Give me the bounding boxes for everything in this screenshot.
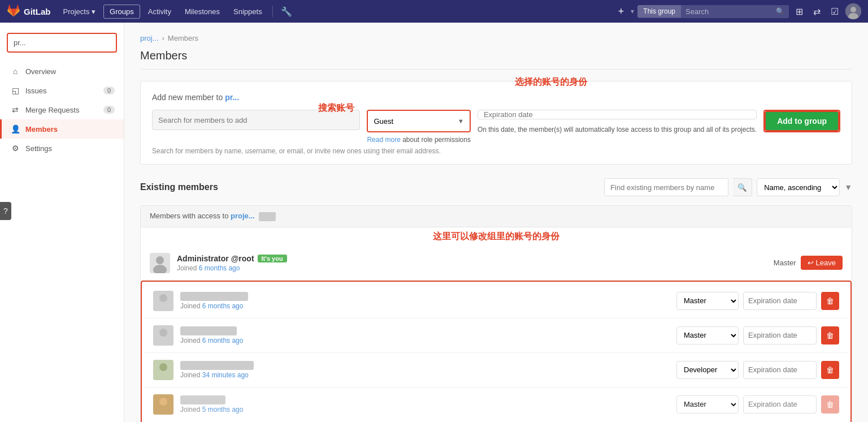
delete-member-button[interactable]: 🗑 [821,292,839,310]
settings-sidebar-icon: ⚙ [11,144,20,153]
merge-requests-sidebar-icon: ⇄ [11,105,20,114]
joined-link[interactable]: 6 months ago [202,337,244,345]
sidebar-item-settings[interactable]: ⚙ Settings [0,139,124,158]
add-member-section: Add new member to pr... Guest Reporter D… [140,81,852,165]
issues-sidebar-icon: ◱ [11,86,20,95]
read-more-link[interactable]: Read more [367,136,400,144]
merge-requests-badge: 0 [103,106,115,114]
joined-link[interactable]: 5 months ago [202,406,244,414]
sidebar-item-label: Members [25,125,58,134]
sort-select[interactable]: Name, ascending Name, descending Last jo… [757,178,840,196]
table-row: Joined 6 months ago Master Guest Reporte… [144,318,848,353]
project-name-highlight: pr... [225,93,239,102]
nav-snippets[interactable]: Snippets [228,5,268,18]
role-annotation-label: 选择的账号的身份 [515,76,587,88]
add-to-group-button[interactable]: Add to group [765,111,839,131]
add-member-form-row: Guest Reporter Developer Master Owner ▼ … [152,110,840,144]
delete-member-button[interactable]: 🗑 [821,361,839,379]
nav-projects[interactable]: Projects ▾ [58,5,102,18]
layout-icon[interactable]: ⊞ [792,4,806,19]
user-avatar[interactable] [845,3,861,19]
expiration-date-member-input[interactable] [743,395,817,414]
add-member-title: Add new member to pr... [152,93,840,102]
sidebar-item-issues[interactable]: ◱ Issues 0 [0,81,124,100]
svg-point-7 [159,294,167,302]
expiration-date-member-input[interactable] [743,326,817,345]
role-select-member[interactable]: Master Guest Reporter Developer Owner [676,395,739,414]
member-info: Administrator @root It's you Joined 6 mo… [177,254,767,272]
gitlab-logo[interactable]: GitLab [7,5,51,18]
role-select-member[interactable]: Master Guest Reporter Developer Owner [676,326,739,345]
members-with-controls: Joined 6 months ago Master Guest Reporte… [141,281,852,422]
breadcrumb-project-link[interactable]: proj... [140,34,159,42]
expiration-date-member-input[interactable] [743,292,817,310]
help-panel[interactable]: ? [0,202,11,220]
role-select-member[interactable]: Developer Guest Reporter Master Owner [676,361,739,379]
trash-icon: 🗑 [826,400,834,409]
wrench-icon[interactable]: 🔧 [277,4,296,19]
member-avatar [153,325,173,346]
role-select-annotation-wrapper: Guest Reporter Developer Master Owner ▼ … [367,110,470,144]
nav-milestones[interactable]: Milestones [179,5,225,18]
overview-icon: ⌂ [11,67,20,76]
find-members-input[interactable] [604,178,728,196]
delete-member-button[interactable]: 🗑 [821,326,839,345]
merge-requests-icon[interactable]: ⇄ [810,4,824,19]
joined-link[interactable]: 6 months ago [202,302,244,310]
sidebar-item-label: Issues [25,87,47,95]
modify-annotation-label: 这里可以修改组里的账号的身份 [150,231,843,243]
question-icon: ? [3,206,8,216]
member-name [180,395,670,404]
find-members-search-button[interactable]: 🔍 [733,178,752,196]
role-select-member[interactable]: Master Guest Reporter Developer Owner [676,292,739,310]
nav-groups[interactable]: Groups [103,5,140,19]
search-input[interactable] [681,5,771,18]
leave-button[interactable]: ↩ Leave [801,256,843,270]
members-filter-row: 🔍 Name, ascending Name, descending Last … [604,178,852,196]
gitlab-wordmark: GitLab [24,7,51,16]
member-controls-annotation-box: Joined 6 months ago Master Guest Reporte… [141,281,852,422]
new-item-button[interactable]: + [615,3,628,20]
issues-badge: 0 [103,87,115,94]
sidebar-item-merge-requests[interactable]: ⇄ Merge Requests 0 [0,100,124,119]
members-table: Members with access to proje... 这里可以修改组里… [140,205,852,422]
member-name [180,326,670,335]
main-content: proj... › Members Members 选择的账号的身份 搜索账号 … [124,23,868,422]
member-role-area: Master Guest Reporter Developer Owner 🗑 [676,395,839,414]
joined-link[interactable]: 34 minutes ago [202,371,249,379]
role-select[interactable]: Guest Reporter Developer Master Owner [368,111,469,131]
member-role-label: Master [774,259,796,267]
expiration-hint: On this date, the member(s) will automat… [478,125,757,135]
member-search-hint: Search for members by name, username, or… [152,147,840,155]
member-joined: Joined 6 months ago [180,302,670,310]
member-name [180,292,670,301]
sidebar-project-selector[interactable]: pr... [7,33,117,53]
joined-link[interactable]: 6 months ago [199,264,240,272]
svg-point-13 [159,398,167,406]
members-group-header: Members with access to proje... [141,206,852,227]
expiration-date-member-input[interactable] [743,361,817,379]
sidebar-item-overview[interactable]: ⌂ Overview [0,62,124,81]
member-role-area: Master Guest Reporter Developer Owner 🗑 [676,292,839,310]
issues-icon[interactable]: ☑ [827,4,842,19]
nav-activity[interactable]: Activity [142,5,177,18]
table-row: Joined 6 months ago Master Guest Reporte… [144,284,848,318]
nav-separator [272,6,273,17]
trash-icon: 🗑 [826,331,834,340]
sidebar-item-label: Merge Requests [25,106,79,114]
svg-point-11 [159,363,167,371]
sidebar-item-members[interactable]: 👤 Members [0,119,124,139]
delete-member-button[interactable]: 🗑 [821,395,839,414]
expiration-date-input[interactable] [478,110,757,119]
search-scope-button[interactable]: This group [637,5,681,18]
member-role-area: Master Guest Reporter Developer Owner 🗑 [676,326,839,345]
breadcrumb-separator: › [162,34,164,42]
top-navigation: GitLab Projects ▾ Groups Activity Milest… [0,0,868,23]
svg-point-4 [156,256,164,264]
search-annotation-label: 搜索账号 [318,102,354,114]
search-box: This group 🔍 [637,5,789,18]
member-joined: Joined 5 months ago [180,406,670,414]
expiration-column: On this date, the member(s) will automat… [478,110,757,135]
group-name: proje... [231,212,255,220]
table-row: Joined 5 months ago Master Guest Reporte… [144,387,848,421]
